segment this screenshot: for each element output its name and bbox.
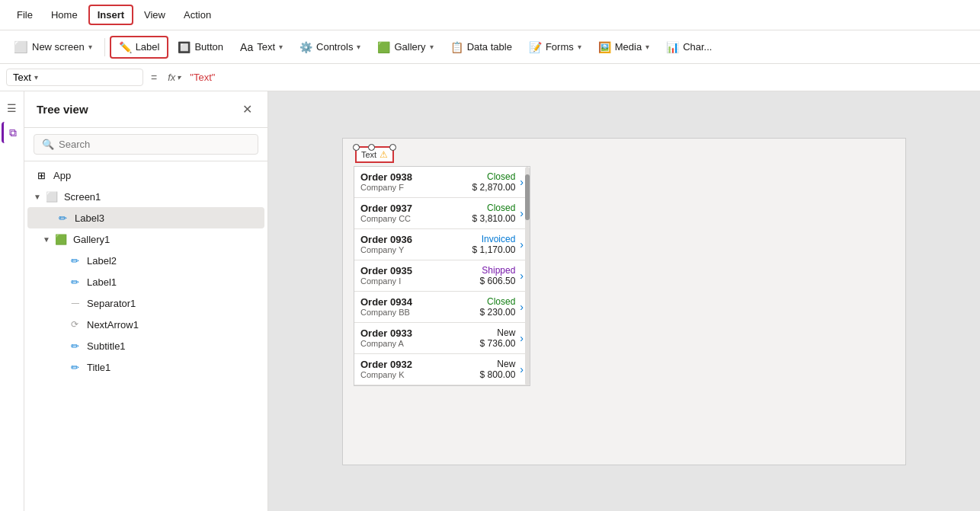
row-0933-right: New $ 736.00 bbox=[480, 327, 516, 349]
row-0934-chevron[interactable]: › bbox=[520, 301, 524, 313]
charts-button[interactable]: 📊 Char... bbox=[658, 37, 719, 57]
row-0937-right: Closed $ 3,810.00 bbox=[472, 203, 516, 224]
data-table-button[interactable]: 📋 Data table bbox=[443, 37, 520, 57]
row-0936-chevron[interactable]: › bbox=[520, 238, 524, 251]
gallery-scrollbar-thumb[interactable] bbox=[525, 174, 530, 220]
new-screen-icon: ⬜ bbox=[14, 40, 28, 54]
gallery-scrollbar[interactable] bbox=[525, 167, 530, 385]
tree-header: Tree view ✕ bbox=[24, 91, 267, 128]
menu-home[interactable]: Home bbox=[43, 6, 85, 24]
text-chevron: ▾ bbox=[279, 43, 283, 51]
row-0932-info: Order 0932 Company K bbox=[360, 359, 480, 379]
menu-file[interactable]: File bbox=[9, 6, 40, 24]
hamburger-menu-icon[interactable]: ☰ bbox=[2, 97, 23, 119]
separator1-label: Separator1 bbox=[87, 298, 136, 309]
gallery-row-0936[interactable]: Order 0936 Company Y Invoiced $ 1,170.00… bbox=[354, 229, 530, 260]
label3-label: Label3 bbox=[75, 212, 104, 224]
media-chevron: ▾ bbox=[645, 43, 649, 51]
label3-selection-overlay: Text ⚠ bbox=[355, 146, 394, 163]
controls-chevron: ▾ bbox=[357, 43, 360, 51]
tree-item-nextarrow1[interactable]: ⟳ NextArrow1 bbox=[27, 314, 264, 335]
gallery-row-0938[interactable]: Order 0938 Company F Closed $ 2,870.00 › bbox=[354, 167, 530, 198]
formula-bar: Text ▾ = fx ▾ "Text" bbox=[0, 64, 980, 91]
tree-close-button[interactable]: ✕ bbox=[239, 101, 255, 118]
tree-search-area: 🔍 bbox=[24, 128, 267, 161]
resize-handle-tr[interactable] bbox=[389, 144, 396, 151]
row-0933-status: New bbox=[480, 327, 516, 338]
menu-insert[interactable]: Insert bbox=[88, 5, 133, 25]
row-0938-subtitle: Company F bbox=[360, 183, 472, 192]
row-0937-status: Closed bbox=[472, 203, 516, 213]
row-0938-chevron[interactable]: › bbox=[520, 176, 524, 188]
tree-item-subtitle1[interactable]: ✏ Subtitle1 bbox=[27, 335, 264, 356]
formula-dropdown[interactable]: Text ▾ bbox=[6, 69, 143, 86]
row-0937-subtitle: Company CC bbox=[360, 214, 472, 223]
row-0932-status: New bbox=[480, 359, 516, 369]
gallery-row-0934[interactable]: Order 0934 Company BB Closed $ 230.00 › bbox=[354, 292, 530, 323]
layers-icon[interactable]: ⧉ bbox=[2, 122, 23, 143]
tree-app-label: App bbox=[53, 170, 71, 181]
row-0933-chevron[interactable]: › bbox=[520, 332, 524, 344]
gallery1-expand-arrow: ▼ bbox=[43, 235, 50, 244]
app-icon: ⊞ bbox=[34, 168, 49, 183]
tree-item-title1[interactable]: ✏ Title1 bbox=[27, 356, 264, 378]
tree-item-label2[interactable]: ✏ Label2 bbox=[27, 250, 264, 271]
row-0936-info: Order 0936 Company Y bbox=[360, 234, 472, 254]
resize-handle-tc[interactable] bbox=[368, 144, 375, 151]
formula-fx-label: fx bbox=[168, 72, 175, 83]
gallery1-label: Gallery1 bbox=[73, 234, 110, 245]
menu-action[interactable]: Action bbox=[176, 6, 219, 24]
nextarrow1-label: NextArrow1 bbox=[87, 319, 139, 331]
label3-text: Text bbox=[361, 150, 376, 159]
tree-content: ⊞ App ▼ ⬜ Screen1 ✏ Label3 ▼ 🟩 Gallery1 bbox=[24, 161, 267, 511]
gallery1-icon: 🟩 bbox=[53, 232, 69, 247]
forms-button[interactable]: 📝 Forms ▾ bbox=[521, 37, 589, 57]
forms-chevron: ▾ bbox=[578, 43, 581, 51]
label-icon: ✏️ bbox=[119, 41, 132, 53]
label-btn-label: Label bbox=[136, 41, 160, 53]
menu-view[interactable]: View bbox=[136, 6, 173, 24]
gallery-row-0933[interactable]: Order 0933 Company A New $ 736.00 › bbox=[354, 323, 530, 354]
data-table-label: Data table bbox=[467, 41, 512, 53]
label3-selected-control[interactable]: Text ⚠ bbox=[355, 146, 394, 163]
gallery-button[interactable]: 🟩 Gallery ▾ bbox=[370, 37, 440, 57]
media-button[interactable]: 🖼️ Media ▾ bbox=[591, 37, 657, 57]
text-btn-label: Text bbox=[257, 41, 275, 53]
resize-handle-tl[interactable] bbox=[353, 144, 360, 151]
tree-item-gallery1[interactable]: ▼ 🟩 Gallery1 bbox=[27, 228, 264, 250]
row-0932-subtitle: Company K bbox=[360, 370, 480, 379]
row-0932-chevron[interactable]: › bbox=[520, 363, 524, 375]
tree-item-label3[interactable]: ✏ Label3 bbox=[27, 207, 264, 228]
new-screen-label: New screen bbox=[32, 41, 85, 53]
tree-item-app[interactable]: ⊞ App bbox=[27, 164, 264, 186]
gallery-chevron: ▾ bbox=[430, 43, 434, 51]
tree-item-screen1[interactable]: ▼ ⬜ Screen1 bbox=[27, 186, 264, 207]
tree-item-label1[interactable]: ✏ Label1 bbox=[27, 271, 264, 292]
screen-icon: ⬜ bbox=[44, 189, 59, 204]
text-button[interactable]: Aa Text ▾ bbox=[232, 37, 290, 57]
row-0935-info: Order 0935 Company I bbox=[360, 265, 480, 286]
label1-icon: ✏ bbox=[67, 274, 82, 289]
controls-button[interactable]: ⚙️ Controls ▾ bbox=[292, 37, 368, 57]
new-screen-chevron: ▾ bbox=[88, 43, 92, 51]
tree-view-title: Tree view bbox=[37, 103, 88, 116]
row-0935-chevron[interactable]: › bbox=[520, 270, 524, 282]
gallery-row-0932[interactable]: Order 0932 Company K New $ 800.00 › bbox=[354, 354, 530, 385]
formula-fx-area: fx ▾ bbox=[165, 72, 184, 83]
gallery-row-0935[interactable]: Order 0935 Company I Shipped $ 606.50 › bbox=[354, 260, 530, 292]
label-button[interactable]: ✏️ Label bbox=[110, 36, 169, 59]
gallery-row-0937[interactable]: Order 0937 Company CC Closed $ 3,810.00 … bbox=[354, 198, 530, 229]
search-input[interactable] bbox=[59, 139, 250, 150]
label2-label: Label2 bbox=[87, 255, 117, 267]
button-ctrl-button[interactable]: 🔲 Button bbox=[170, 37, 231, 57]
new-screen-button[interactable]: ⬜ New screen ▾ bbox=[6, 37, 100, 58]
row-0937-chevron[interactable]: › bbox=[520, 207, 524, 219]
row-0938-right: Closed $ 2,870.00 bbox=[472, 171, 516, 193]
row-0932-amount: $ 800.00 bbox=[480, 369, 516, 380]
row-0934-subtitle: Company BB bbox=[360, 308, 480, 317]
subtitle1-icon: ✏ bbox=[67, 338, 82, 353]
tree-item-separator1[interactable]: ⸻ Separator1 bbox=[27, 292, 264, 314]
formula-input[interactable]: "Text" bbox=[187, 72, 974, 83]
row-0938-amount: $ 2,870.00 bbox=[472, 182, 516, 193]
row-0937-title: Order 0937 bbox=[360, 203, 472, 214]
